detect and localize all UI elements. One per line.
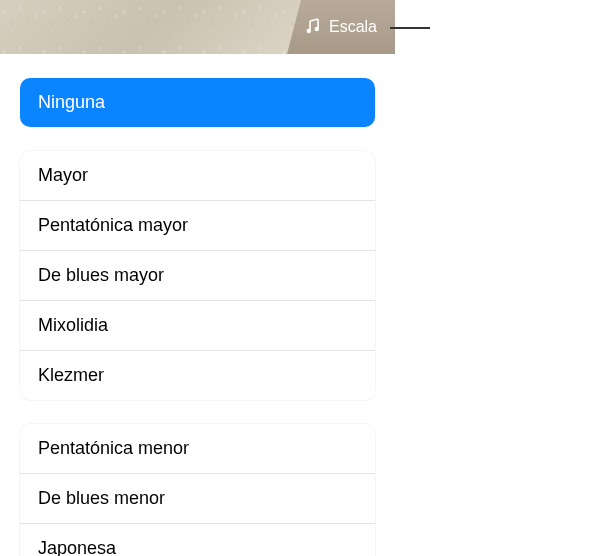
annotation-pointer xyxy=(390,27,430,29)
scale-item-label: Japonesa xyxy=(38,538,116,556)
header-texture: Escala xyxy=(0,0,395,54)
list-item[interactable]: Mayor xyxy=(20,151,375,201)
scale-icon xyxy=(305,18,323,36)
svg-line-4 xyxy=(310,19,318,21)
scale-item-label: De blues mayor xyxy=(38,265,164,285)
list-item[interactable]: Pentatónica mayor xyxy=(20,201,375,251)
svg-point-1 xyxy=(307,29,311,33)
list-item[interactable]: De blues mayor xyxy=(20,251,375,301)
scale-item-label: Pentatónica menor xyxy=(38,438,189,458)
list-item[interactable]: De blues menor xyxy=(20,474,375,524)
scale-item-label: Mayor xyxy=(38,165,88,185)
scale-group-major: Mayor Pentatónica mayor De blues mayor M… xyxy=(20,151,375,400)
scale-item-label: De blues menor xyxy=(38,488,165,508)
list-item[interactable]: Japonesa xyxy=(20,524,375,556)
selected-scale-label: Ninguna xyxy=(38,92,105,112)
selected-scale-item[interactable]: Ninguna xyxy=(20,78,375,127)
scale-item-label: Pentatónica mayor xyxy=(38,215,188,235)
scale-button-label: Escala xyxy=(329,18,377,36)
list-item[interactable]: Klezmer xyxy=(20,351,375,400)
list-item[interactable]: Pentatónica menor xyxy=(20,424,375,474)
list-item[interactable]: Mixolidia xyxy=(20,301,375,351)
scale-item-label: Klezmer xyxy=(38,365,104,385)
scale-panel: Ninguna Mayor Pentatónica mayor De blues… xyxy=(0,54,395,556)
svg-point-3 xyxy=(315,27,319,31)
scale-button[interactable]: Escala xyxy=(287,0,395,54)
scale-item-label: Mixolidia xyxy=(38,315,108,335)
scale-group-minor: Pentatónica menor De blues menor Japones… xyxy=(20,424,375,556)
